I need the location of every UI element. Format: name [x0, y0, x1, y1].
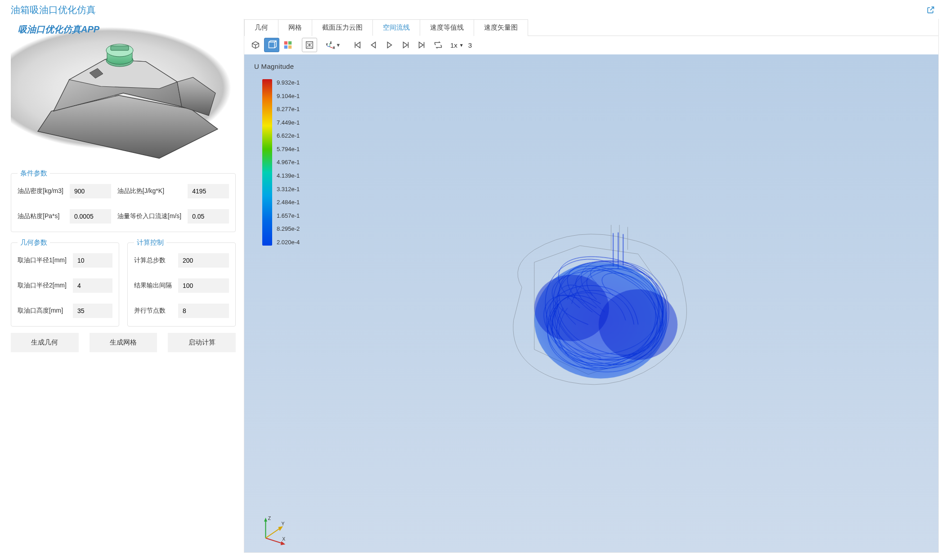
- legend-tick: 5.794e-1: [277, 146, 300, 152]
- start-compute-button[interactable]: 启动计算: [168, 333, 236, 352]
- para-label: 并行节点数: [134, 307, 172, 315]
- r1-input[interactable]: [73, 253, 112, 268]
- legend-tick: 3.312e-1: [277, 186, 300, 193]
- action-bar: 生成几何 生成网格 启动计算: [11, 333, 236, 352]
- cube-wire-icon[interactable]: [264, 38, 279, 52]
- legend-tick: 7.449e-1: [277, 119, 300, 126]
- svg-point-14: [598, 289, 677, 360]
- legend-tick: 9.932e-1: [277, 79, 300, 86]
- out-input[interactable]: [178, 278, 229, 293]
- h-label: 取油口高度[mm]: [18, 307, 67, 315]
- legend-tick: 2.484e-1: [277, 199, 300, 206]
- color-gradient: [262, 79, 272, 246]
- play-icon[interactable]: [382, 38, 397, 52]
- fit-view-icon[interactable]: [302, 38, 317, 52]
- open-external-icon[interactable]: [926, 5, 935, 14]
- oil-tank-render: [11, 19, 236, 163]
- main-layout: 吸油口优化仿真APP: [0, 19, 946, 560]
- svg-rect-3: [269, 42, 275, 48]
- svg-text:Z: Z: [330, 42, 331, 44]
- conditions-fieldset: 条件参数 油品密度[kg/m3] 油品比热[J/kg*K] 油品粘度[Pa*s]…: [11, 169, 236, 232]
- h-input[interactable]: [73, 304, 112, 318]
- left-panel: 吸油口优化仿真APP: [11, 19, 236, 553]
- model-thumbnail: 吸油口优化仿真APP: [11, 19, 236, 163]
- generate-mesh-button[interactable]: 生成网格: [90, 333, 157, 352]
- svg-marker-16: [264, 518, 267, 522]
- tab-streamlines[interactable]: 空间流线: [372, 19, 420, 36]
- svg-text:Z: Z: [268, 515, 271, 521]
- legend-title: U Magnitude: [254, 63, 294, 70]
- viewport-3d[interactable]: U Magnitude 9.932e-19.104e-18.277e-17.44…: [244, 54, 938, 552]
- legend-ticks: 9.932e-19.104e-18.277e-17.449e-16.622e-1…: [277, 79, 300, 246]
- legend-tick: 6.622e-1: [277, 132, 300, 139]
- last-frame-icon[interactable]: [414, 38, 430, 52]
- viewer-tabs: 几何 网格 截面压力云图 空间流线 速度等值线 速度矢量图: [244, 19, 938, 36]
- density-label: 油品密度[kg/m3]: [18, 187, 63, 195]
- svg-rect-2: [111, 46, 129, 50]
- viscosity-label: 油品粘度[Pa*s]: [18, 212, 63, 220]
- svg-marker-19: [281, 541, 286, 545]
- svg-text:Y: Y: [326, 44, 328, 46]
- svg-point-13: [534, 274, 609, 341]
- svg-rect-6: [284, 45, 287, 49]
- r1-label: 取油口半径1[mm]: [18, 256, 67, 264]
- svg-marker-22: [278, 526, 283, 531]
- geometry-fieldset: 几何参数 取油口半径1[mm] 取油口半径2[mm] 取油口高度[mm]: [11, 238, 119, 327]
- legend-tick: 1.657e-1: [277, 212, 300, 219]
- color-legend: 9.932e-19.104e-18.277e-17.449e-16.622e-1…: [262, 79, 300, 246]
- para-input[interactable]: [178, 304, 229, 318]
- steps-input[interactable]: [178, 253, 229, 268]
- r2-input[interactable]: [73, 278, 112, 293]
- legend-tick: 9.104e-1: [277, 93, 300, 99]
- specificheat-label: 油品比热[J/kg*K]: [117, 187, 181, 195]
- tab-pressure-contour[interactable]: 截面压力云图: [312, 19, 373, 36]
- dual-fieldsets: 几何参数 取油口半径1[mm] 取油口半径2[mm] 取油口高度[mm] 计算控…: [11, 238, 236, 327]
- prev-frame-icon[interactable]: [366, 38, 381, 52]
- svg-line-18: [266, 538, 283, 543]
- svg-rect-5: [288, 41, 291, 45]
- legend-tick: 8.277e-1: [277, 106, 300, 112]
- conditions-legend: 条件参数: [18, 169, 50, 178]
- axes-orientation-icon[interactable]: ZXY▼: [323, 38, 343, 52]
- legend-tick: 4.139e-1: [277, 172, 300, 179]
- r2-label: 取油口半径2[mm]: [18, 282, 67, 290]
- compute-fieldset: 计算控制 计算总步数 结果输出间隔 并行节点数: [127, 238, 236, 327]
- svg-text:X: X: [282, 536, 285, 542]
- next-frame-icon[interactable]: [398, 38, 413, 52]
- legend-tick: 8.295e-2: [277, 225, 300, 232]
- app-title: 油箱吸油口优化仿真: [11, 4, 96, 16]
- generate-geometry-button[interactable]: 生成几何: [11, 333, 79, 352]
- viscosity-input[interactable]: [70, 209, 111, 224]
- app-header: 油箱吸油口优化仿真: [0, 0, 946, 19]
- svg-rect-4: [284, 41, 287, 45]
- legend-tick: 4.967e-1: [277, 159, 300, 166]
- svg-rect-7: [288, 45, 291, 49]
- tab-geometry[interactable]: 几何: [244, 19, 278, 36]
- grid-colors-icon[interactable]: [280, 38, 296, 52]
- out-label: 结果输出间隔: [134, 282, 172, 290]
- playback-speed[interactable]: 1x▼: [450, 41, 464, 49]
- svg-line-21: [266, 528, 281, 538]
- viewer-panel: 几何 网格 截面压力云图 空间流线 速度等值线 速度矢量图 ZXY▼ 1x▼ 3: [244, 19, 939, 553]
- geometry-legend: 几何参数: [18, 238, 50, 247]
- compute-legend: 计算控制: [134, 238, 166, 247]
- tab-mesh[interactable]: 网格: [278, 19, 312, 36]
- frame-number: 3: [468, 41, 472, 49]
- tab-velocity-isolines[interactable]: 速度等值线: [420, 19, 474, 36]
- tab-velocity-vectors[interactable]: 速度矢量图: [474, 19, 528, 36]
- orientation-axes-icon: Z X Y: [258, 514, 289, 545]
- cube-solid-icon[interactable]: [248, 38, 263, 52]
- steps-label: 计算总步数: [134, 256, 172, 264]
- inletvel-input[interactable]: [188, 209, 229, 224]
- conditions-grid: 油品密度[kg/m3] 油品比热[J/kg*K] 油品粘度[Pa*s] 油量等价…: [18, 184, 229, 224]
- specificheat-input[interactable]: [188, 184, 229, 198]
- density-input[interactable]: [70, 184, 111, 198]
- svg-text:X: X: [333, 47, 335, 49]
- inletvel-label: 油量等价入口流速[m/s]: [117, 212, 181, 220]
- viewer-toolbar: ZXY▼ 1x▼ 3: [244, 36, 938, 54]
- first-frame-icon[interactable]: [350, 38, 365, 52]
- streamline-visualisation: [471, 200, 722, 416]
- loop-icon[interactable]: [430, 38, 446, 52]
- legend-tick: 2.020e-4: [277, 239, 300, 246]
- svg-text:Y: Y: [282, 521, 285, 526]
